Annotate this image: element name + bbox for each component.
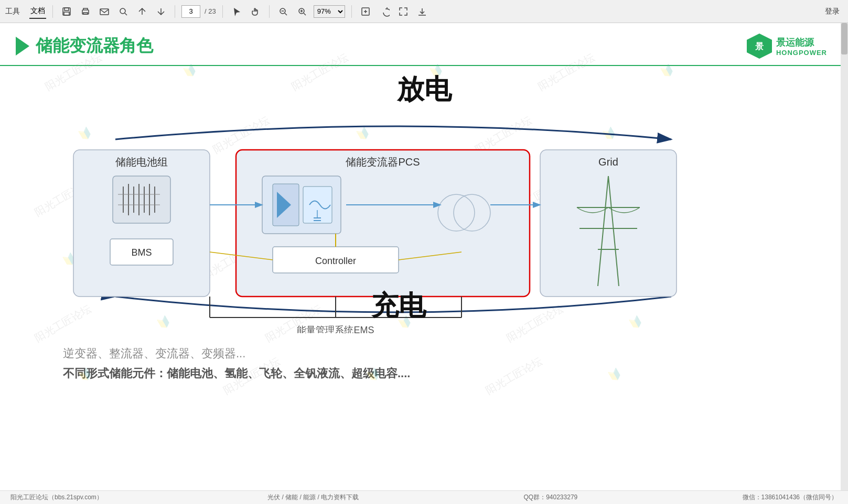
scrollbar[interactable] bbox=[841, 23, 848, 504]
print-icon[interactable] bbox=[78, 5, 93, 18]
toolbar-separator-1 bbox=[52, 5, 53, 18]
slide-title: 储能变流器角色 bbox=[36, 35, 153, 58]
menu-bar: 工具 文档 bbox=[4, 4, 46, 19]
svg-text:BMS: BMS bbox=[131, 247, 152, 258]
slide-header: 储能变流器角色 景 景运能源 HONGPOWER bbox=[0, 23, 848, 66]
logo-area: 景 景运能源 HONGPOWER bbox=[746, 32, 827, 60]
logo-text-chinese: 景运能源 bbox=[776, 36, 827, 49]
zoom-select[interactable]: 97% 75% 100% 125% 150% bbox=[314, 5, 345, 18]
svg-text:储能电池组: 储能电池组 bbox=[115, 156, 168, 168]
login-button[interactable]: 登录 bbox=[821, 5, 844, 18]
svg-line-12 bbox=[304, 13, 306, 15]
page-number-input[interactable] bbox=[181, 5, 200, 18]
discharge-label: 放电 bbox=[31, 71, 817, 108]
svg-text:储能变流器PCS: 储能变流器PCS bbox=[346, 156, 420, 168]
svg-point-6 bbox=[120, 8, 125, 14]
svg-line-7 bbox=[125, 13, 127, 15]
toolbar-separator-2 bbox=[175, 5, 175, 18]
scrollbar-thumb[interactable] bbox=[841, 23, 847, 54]
logo-hexagon-icon: 景 bbox=[746, 32, 773, 60]
save-icon[interactable] bbox=[59, 5, 74, 18]
svg-rect-4 bbox=[83, 13, 88, 14]
svg-text:Controller: Controller bbox=[315, 256, 356, 266]
fit-page-icon[interactable] bbox=[358, 5, 373, 18]
bottom-section: 逆变器、整流器、变流器、变频器... 不同形式储能元件：储能电池、氢能、飞轮、全… bbox=[31, 335, 817, 381]
footer: 阳光工匠论坛（bbs.21spv.com） 光伏 / 储能 / 能源 / 电力资… bbox=[0, 490, 848, 504]
circuit-diagram: 储能电池组 BMS 储能变流器PCS bbox=[31, 108, 817, 335]
toolbar-separator-3 bbox=[222, 5, 223, 18]
footer-qq: QQ群：940233279 bbox=[524, 493, 578, 502]
email-icon[interactable] bbox=[97, 5, 112, 18]
footer-wechat: 微信：13861041436（微信同号） bbox=[743, 493, 838, 502]
svg-text:能量管理系统EMS: 能量管理系统EMS bbox=[297, 325, 374, 333]
menu-tools[interactable]: 工具 bbox=[4, 5, 21, 18]
toolbar-separator-4 bbox=[269, 5, 270, 18]
svg-text:Grid: Grid bbox=[598, 156, 618, 168]
svg-rect-2 bbox=[64, 12, 69, 15]
page-separator: / 23 bbox=[205, 7, 216, 15]
hand-icon[interactable] bbox=[248, 5, 263, 18]
svg-text:充电: 充电 bbox=[371, 290, 427, 321]
svg-rect-5 bbox=[100, 9, 109, 15]
svg-text:景: 景 bbox=[755, 42, 764, 51]
svg-rect-1 bbox=[65, 8, 69, 10]
svg-rect-25 bbox=[113, 176, 170, 223]
arrow-down-icon[interactable] bbox=[154, 5, 168, 18]
bottom-text-storage: 不同形式储能元件：储能电池、氢能、飞轮、全钒液流、超级电容.... bbox=[63, 366, 785, 381]
zoom-out-icon[interactable] bbox=[276, 5, 291, 18]
logo-text-english: HONGPOWER bbox=[776, 49, 827, 57]
download-icon[interactable] bbox=[415, 5, 430, 18]
toolbar: 工具 文档 / 23 97% 75% 10 bbox=[0, 0, 848, 23]
slide-title-wrap: 储能变流器角色 bbox=[16, 35, 153, 58]
fullscreen-icon[interactable] bbox=[396, 5, 411, 18]
search-icon[interactable] bbox=[116, 5, 131, 18]
diagram-wrapper: 放电 bbox=[0, 71, 848, 381]
arrow-up-icon[interactable] bbox=[135, 5, 149, 18]
bottom-text-inverter: 逆变器、整流器、变流器、变频器... bbox=[63, 346, 785, 361]
footer-forum: 阳光工匠论坛（bbs.21spv.com） bbox=[10, 493, 103, 502]
svg-rect-50 bbox=[540, 150, 677, 297]
toolbar-separator-5 bbox=[351, 5, 352, 18]
title-arrow-icon bbox=[16, 37, 29, 56]
cursor-icon[interactable] bbox=[229, 5, 244, 18]
svg-line-9 bbox=[285, 13, 287, 15]
footer-categories: 光伏 / 储能 / 能源 / 电力资料下载 bbox=[267, 493, 359, 502]
zoom-in-icon[interactable] bbox=[295, 5, 309, 18]
menu-document[interactable]: 文档 bbox=[29, 4, 46, 19]
rotate-icon[interactable] bbox=[377, 5, 392, 18]
content-area: 阳光工匠论坛 🔰 阳光工匠论坛 🔰 阳光工匠论坛 🔰 🔰 阳光工匠论坛 🔰 阳光… bbox=[0, 23, 848, 504]
